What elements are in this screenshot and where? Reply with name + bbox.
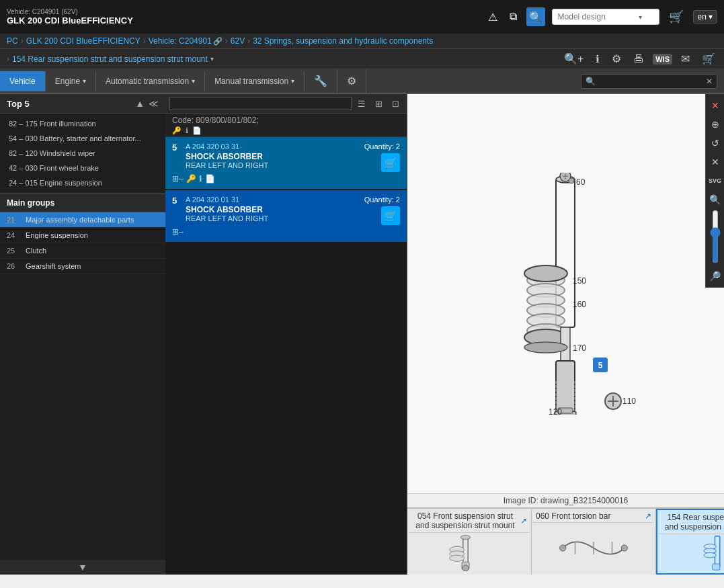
rt-zoom-out-btn[interactable]: 🔎 <box>707 267 724 285</box>
parts-code-icon1[interactable]: 🔑 <box>172 126 182 135</box>
tab-manual[interactable]: Manual transmission ▾ <box>205 71 305 91</box>
part-code-2: A 204 320 01 31 <box>186 196 362 204</box>
filter-icon[interactable]: ⚙ <box>608 51 625 67</box>
rt-close-btn[interactable]: ✕ <box>707 97 724 114</box>
svg-point-6 <box>569 178 574 183</box>
svg-text:5: 5 <box>598 361 602 370</box>
nav-search-input[interactable] <box>598 77 706 86</box>
parts-filter-input[interactable] <box>169 97 352 110</box>
parts-code-icon3[interactable]: 📄 <box>192 126 202 135</box>
part-doc-btn-1[interactable]: 📄 <box>205 174 215 183</box>
part-icons-1: ⊞– 🔑 ℹ 📄 <box>172 174 400 183</box>
sidebar-collapse-btn[interactable]: ▲ <box>135 98 145 109</box>
tab-icon2[interactable]: ⚙ <box>337 69 366 93</box>
svg-point-33 <box>460 536 471 540</box>
tab-icon1[interactable]: 🔧 <box>305 69 337 93</box>
svg-point-22 <box>524 342 567 353</box>
svg-text:110: 110 <box>622 396 636 406</box>
parts-list-view-btn[interactable]: ☰ <box>354 97 369 110</box>
part-name-2: SHOCK ABSORBER <box>186 205 362 214</box>
top5-item-5[interactable]: 24 – 015 Engine suspension <box>0 175 165 190</box>
svg-rect-20 <box>556 361 575 415</box>
zoom-range[interactable] <box>709 210 721 263</box>
warning-icon[interactable]: ⚠ <box>485 8 500 26</box>
bc-32springs[interactable]: 32 Springs, suspension and hydraulic com… <box>253 36 433 46</box>
bc-154-arrow[interactable]: ▾ <box>210 55 214 62</box>
part-pos-2: 5 <box>172 196 183 206</box>
rt-history-btn[interactable]: ↺ <box>707 134 724 152</box>
rt-zoom-slider[interactable] <box>709 210 721 263</box>
part-table-btn-2[interactable]: ⊞– <box>172 227 184 237</box>
svg-point-13 <box>524 265 567 282</box>
info-icon[interactable]: ℹ <box>592 52 603 67</box>
search-icon-top[interactable]: 🔍 <box>526 7 545 26</box>
thumb-060-link-icon[interactable]: ↗ <box>645 511 651 521</box>
parts-expand-btn[interactable]: ⊞ <box>372 97 386 110</box>
parts-fullscreen-btn[interactable]: ⊡ <box>389 97 403 110</box>
sidebar-scroll-down[interactable]: ▼ <box>0 560 165 575</box>
part-info-btn-1[interactable]: ℹ <box>199 174 202 183</box>
top5-item-3[interactable]: 82 – 120 Windshield wiper <box>0 146 165 161</box>
svg-point-40 <box>621 545 627 551</box>
group-item-26[interactable]: 26 Gearshift system <box>0 259 165 274</box>
bc-vehicle[interactable]: Vehicle: C204901 <box>149 36 212 46</box>
sidebar-close-btn[interactable]: ≪ <box>149 98 159 109</box>
parts-panel-toolbar: ☰ ⊞ ⊡ <box>354 97 403 110</box>
svg-text:160: 160 <box>573 300 586 309</box>
model-search-box[interactable]: ▾ <box>552 9 659 25</box>
part-item-2[interactable]: 5 A 204 320 01 31 SHOCK ABSORBER REAR LE… <box>165 190 407 243</box>
cart-icon-toolbar[interactable]: 🛒 <box>698 51 719 67</box>
part-cart-btn-1[interactable]: 🛒 <box>381 153 400 172</box>
group-item-24[interactable]: 24 Engine suspension <box>0 228 165 243</box>
nav-search-area[interactable]: 🔍 ✕ <box>581 74 717 89</box>
cart-icon-top[interactable]: 🛒 <box>666 7 686 27</box>
group-item-25[interactable]: 25 Clutch <box>0 243 165 259</box>
sidebar-header: Top 5 ▲ ≪ <box>0 94 165 114</box>
thumbnail-strip: 054 Front suspension strut and suspensio… <box>407 507 724 575</box>
bc-62v[interactable]: 62V <box>231 36 245 46</box>
lang-selector[interactable]: en ▾ <box>693 10 717 24</box>
bc-154[interactable]: 154 Rear suspension strut and suspension… <box>12 54 208 64</box>
part-details-2: A 204 320 01 31 SHOCK ABSORBER REAR LEFT… <box>186 196 362 222</box>
print-icon[interactable]: 🖶 <box>630 52 647 67</box>
nav-tabs-row: Vehicle Engine ▾ Automatic transmission … <box>0 69 724 94</box>
rt-crosshair-btn[interactable]: ⊕ <box>707 116 724 133</box>
rt-pointer-btn[interactable]: ✕ <box>707 153 724 171</box>
parts-code-icon2[interactable]: ℹ <box>186 126 188 135</box>
thumb-054[interactable]: 054 Front suspension strut and suspensio… <box>407 509 532 575</box>
bc-model[interactable]: GLK 200 CDI BlueEFFICIENCY <box>26 36 140 46</box>
model-search-input[interactable] <box>558 12 639 22</box>
tab-engine[interactable]: Engine ▾ <box>46 71 96 91</box>
group-item-21[interactable]: 21 Major assembly detachable parts <box>0 212 165 228</box>
vehicle-info: Vehicle: C204901 (62V) GLK 200 CDI BlueE… <box>7 8 133 26</box>
mail-icon[interactable]: ✉ <box>678 51 693 67</box>
part-icons-2: ⊞– <box>172 227 400 237</box>
part-cart-btn-2[interactable]: 🛒 <box>381 206 400 225</box>
sidebar-title: Top 5 <box>7 99 30 109</box>
top5-item-2[interactable]: 54 – 030 Battery, starter and alternator… <box>0 131 165 146</box>
sidebar: Top 5 ▲ ≪ 82 – 175 Front illumination 54… <box>0 94 165 575</box>
nav-search-clear[interactable]: ✕ <box>706 77 713 86</box>
rt-svg-btn[interactable]: SVG <box>707 172 724 190</box>
thumb-054-link-icon[interactable]: ↗ <box>520 516 527 526</box>
part-table-btn-1[interactable]: ⊞– <box>172 174 184 183</box>
thumb-060[interactable]: 060 Front torsion bar ↗ <box>532 509 656 575</box>
part-item-1[interactable]: 5 A 204 320 03 31 SHOCK ABSORBER REAR LE… <box>165 137 407 190</box>
model-label: GLK 200 CDI BlueEFFICIENCY <box>7 15 133 26</box>
zoom-in-icon[interactable]: 🔍+ <box>561 51 587 67</box>
tab-automatic[interactable]: Automatic transmission ▾ <box>96 71 205 91</box>
parts-header-code: Code: 809/800/801/802; 🔑 ℹ 📄 <box>165 114 407 137</box>
rt-zoom-in-btn[interactable]: 🔍 <box>707 191 724 208</box>
tab-vehicle[interactable]: Vehicle <box>0 71 46 91</box>
svg-point-39 <box>560 545 566 551</box>
copy-icon[interactable]: ⧉ <box>507 8 520 26</box>
part-key-btn-1[interactable]: 🔑 <box>186 174 196 183</box>
top5-item-1[interactable]: 82 – 175 Front illumination <box>0 116 165 131</box>
bc-pc[interactable]: PC <box>7 36 18 46</box>
wis-icon[interactable]: WIS <box>653 54 672 65</box>
parts-list: 5 A 204 320 03 31 SHOCK ABSORBER REAR LE… <box>165 137 407 575</box>
parts-panel-header: ☰ ⊞ ⊡ <box>165 94 407 114</box>
top5-item-4[interactable]: 42 – 030 Front wheel brake <box>0 161 165 175</box>
bc-vehicle-icon[interactable]: 🔗 <box>213 37 223 46</box>
top-bar-right: ⚠ ⧉ 🔍 ▾ 🛒 en ▾ <box>485 7 717 27</box>
